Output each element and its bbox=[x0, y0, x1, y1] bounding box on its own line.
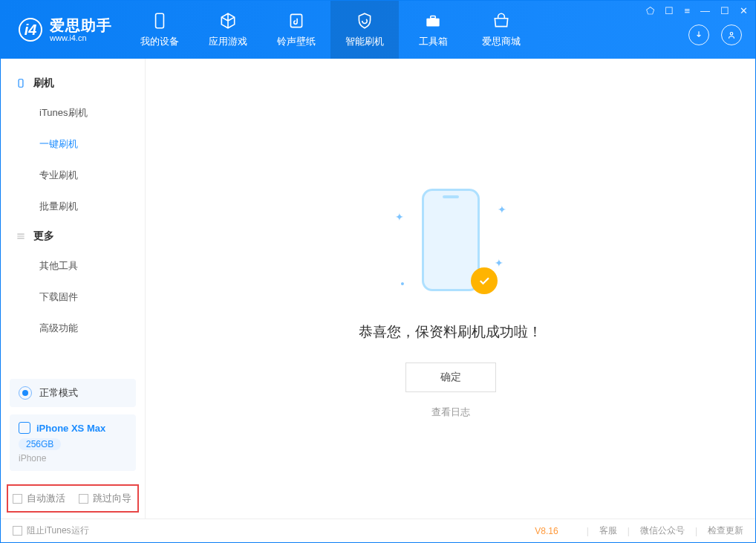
tab-label: 爱思商城 bbox=[482, 35, 521, 48]
sidebar-section-more: 更多 bbox=[1, 222, 145, 250]
sidebar-bottom: 正常模式 iPhone XS Max 256GB iPhone bbox=[1, 371, 145, 477]
shield-refresh-icon bbox=[355, 11, 374, 30]
svg-point-4 bbox=[730, 33, 733, 36]
tab-apps-games[interactable]: 应用游戏 bbox=[194, 1, 262, 59]
separator: | bbox=[587, 526, 589, 536]
main-content: ✦ ✦ • ✦ 恭喜您，保资料刷机成功啦！ 确定 查看日志 bbox=[146, 59, 755, 518]
separator: | bbox=[628, 526, 630, 536]
sidebar-item-download-firmware[interactable]: 下载固件 bbox=[1, 282, 145, 313]
sidebar-item-advanced[interactable]: 高级功能 bbox=[1, 313, 145, 344]
device-icon bbox=[150, 11, 169, 30]
tab-smart-flash[interactable]: 智能刷机 bbox=[330, 1, 399, 59]
toolbox-icon bbox=[423, 11, 443, 30]
logo-area: i4 爱思助手 www.i4.cn bbox=[1, 17, 126, 42]
device-storage-badge: 256GB bbox=[19, 438, 61, 450]
cube-icon bbox=[218, 11, 238, 30]
tab-store[interactable]: 爱思商城 bbox=[467, 1, 535, 59]
sidebar-item-other-tools[interactable]: 其他工具 bbox=[1, 250, 145, 282]
svg-rect-0 bbox=[156, 13, 164, 28]
list-icon bbox=[16, 231, 26, 241]
svg-rect-3 bbox=[431, 16, 436, 19]
phone-illustration-icon bbox=[422, 189, 480, 291]
device-small-icon bbox=[19, 422, 30, 434]
user-icon[interactable] bbox=[721, 25, 742, 45]
checkbox-label: 自动激活 bbox=[27, 492, 65, 505]
tab-toolbox[interactable]: 工具箱 bbox=[399, 1, 467, 59]
app-subtitle: www.i4.cn bbox=[50, 33, 112, 42]
tab-ringtone-wallpaper[interactable]: 铃声壁纸 bbox=[262, 1, 330, 59]
view-log-link[interactable]: 查看日志 bbox=[431, 406, 470, 419]
app-title: 爱思助手 bbox=[50, 17, 112, 33]
options-row: 自动激活 跳过向导 bbox=[7, 484, 139, 513]
sidebar-item-itunes-flash[interactable]: iTunes刷机 bbox=[1, 97, 145, 129]
sidebar-item-oneclick-flash[interactable]: 一键刷机 bbox=[1, 129, 145, 160]
logo-icon: i4 bbox=[19, 18, 42, 42]
checkbox-icon bbox=[13, 526, 22, 536]
ok-button[interactable]: 确定 bbox=[405, 362, 496, 392]
device-type: iPhone bbox=[19, 453, 127, 464]
footer-link-wechat[interactable]: 微信公众号 bbox=[640, 524, 685, 537]
app-header: i4 爱思助手 www.i4.cn 我的设备 应用游戏 铃声壁纸 智能刷机 工具… bbox=[1, 1, 755, 59]
sidebar-item-batch-flash[interactable]: 批量刷机 bbox=[1, 191, 145, 222]
maximize-button[interactable]: ☐ bbox=[720, 5, 729, 16]
window-controls: ⬠ ☐ ≡ — ☐ ✕ bbox=[646, 5, 748, 16]
tab-label: 工具箱 bbox=[419, 35, 448, 48]
footer-link-update[interactable]: 检查更新 bbox=[708, 524, 743, 537]
success-message: 恭喜您，保资料刷机成功啦！ bbox=[359, 322, 542, 342]
section-title: 刷机 bbox=[33, 77, 54, 90]
shirt-icon[interactable]: ⬠ bbox=[646, 5, 654, 16]
mode-label: 正常模式 bbox=[39, 386, 78, 400]
tab-label: 铃声壁纸 bbox=[277, 35, 316, 48]
body-area: 刷机 iTunes刷机 一键刷机 专业刷机 批量刷机 更多 其他工具 下载固件 … bbox=[1, 59, 755, 518]
tab-label: 智能刷机 bbox=[345, 35, 384, 48]
tab-label: 我的设备 bbox=[140, 35, 179, 48]
device-box[interactable]: iPhone XS Max 256GB iPhone bbox=[10, 414, 136, 471]
sparkle-icon: • bbox=[401, 278, 405, 290]
feedback-icon[interactable]: ☐ bbox=[665, 5, 674, 16]
mode-indicator-icon bbox=[19, 386, 32, 400]
music-note-icon bbox=[287, 11, 306, 30]
header-right-icons bbox=[688, 25, 742, 45]
sidebar-item-pro-flash[interactable]: 专业刷机 bbox=[1, 160, 145, 191]
sidebar-section-flash: 刷机 bbox=[1, 69, 145, 97]
sparkle-icon: ✦ bbox=[395, 211, 404, 223]
tab-label: 应用游戏 bbox=[209, 35, 247, 48]
checkbox-icon bbox=[79, 494, 88, 504]
logo-text: 爱思助手 www.i4.cn bbox=[50, 17, 112, 42]
footer-link-support[interactable]: 客服 bbox=[599, 524, 617, 537]
store-icon bbox=[492, 11, 511, 30]
separator: | bbox=[695, 526, 697, 536]
section-title: 更多 bbox=[33, 230, 54, 243]
phone-outline-icon bbox=[16, 78, 26, 88]
checkbox-block-itunes[interactable]: 阻止iTunes运行 bbox=[13, 524, 89, 537]
tab-my-device[interactable]: 我的设备 bbox=[126, 1, 194, 59]
minimize-button[interactable]: — bbox=[700, 5, 710, 16]
svg-rect-5 bbox=[19, 79, 23, 88]
close-button[interactable]: ✕ bbox=[740, 5, 748, 16]
sidebar-scroll: 刷机 iTunes刷机 一键刷机 专业刷机 批量刷机 更多 其他工具 下载固件 … bbox=[1, 59, 145, 371]
checkbox-icon bbox=[13, 494, 22, 504]
device-name: iPhone XS Max bbox=[36, 423, 105, 434]
menu-icon[interactable]: ≡ bbox=[684, 5, 690, 16]
mode-box[interactable]: 正常模式 bbox=[10, 379, 136, 407]
checkbox-label: 阻止iTunes运行 bbox=[27, 524, 89, 537]
svg-rect-2 bbox=[426, 19, 439, 27]
checkbox-skip-guide[interactable]: 跳过向导 bbox=[79, 492, 131, 505]
checkmark-badge-icon bbox=[471, 267, 498, 294]
svg-rect-1 bbox=[290, 14, 302, 27]
checkbox-auto-activate[interactable]: 自动激活 bbox=[13, 492, 65, 505]
sidebar: 刷机 iTunes刷机 一键刷机 专业刷机 批量刷机 更多 其他工具 下载固件 … bbox=[1, 59, 146, 518]
version-label: V8.16 bbox=[535, 526, 558, 536]
main-tabs: 我的设备 应用游戏 铃声壁纸 智能刷机 工具箱 爱思商城 bbox=[126, 1, 535, 59]
checkbox-label: 跳过向导 bbox=[93, 492, 131, 505]
success-illustration: ✦ ✦ • ✦ bbox=[395, 189, 506, 308]
footer: 阻止iTunes运行 V8.16 | 客服 | 微信公众号 | 检查更新 bbox=[1, 518, 755, 542]
download-icon[interactable] bbox=[688, 25, 709, 45]
sparkle-icon: ✦ bbox=[498, 204, 506, 215]
sparkle-icon: ✦ bbox=[495, 257, 504, 269]
